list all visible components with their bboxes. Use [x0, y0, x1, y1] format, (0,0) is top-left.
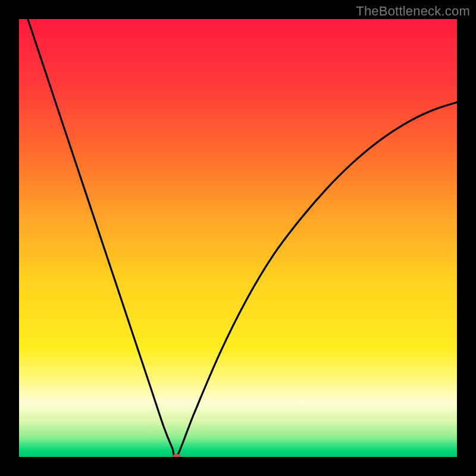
bottleneck-curve [19, 19, 457, 457]
bottleneck-marker [173, 454, 181, 457]
chart-frame: TheBottleneck.com [0, 0, 476, 476]
plot-area [19, 19, 457, 457]
watermark-text: TheBottleneck.com [356, 4, 470, 19]
